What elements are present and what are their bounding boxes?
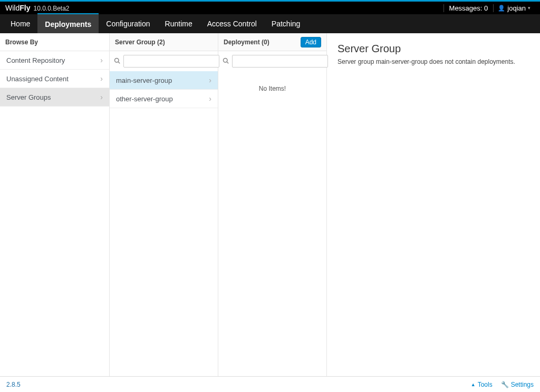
brand-version: 10.0.0.Beta2: [33, 5, 69, 12]
topbar: WildFly 10.0.0.Beta2 Messages: 0 👤 joqia…: [0, 2, 540, 14]
list-item-label: main-server-group: [116, 77, 172, 84]
nav-configuration[interactable]: Configuration: [99, 14, 157, 33]
main-nav: Home Deployments Configuration Runtime A…: [0, 14, 540, 33]
chevron-right-icon: ›: [100, 74, 103, 83]
nav-deployments[interactable]: Deployments: [37, 13, 99, 33]
nav-patching[interactable]: Patching: [264, 14, 307, 33]
username: joqian: [507, 4, 526, 12]
list-item-label: Unassigned Content: [6, 75, 69, 83]
triangle-up-icon: ▲: [471, 382, 476, 387]
brand-name: WildFly: [5, 4, 30, 12]
brand: WildFly 10.0.0.Beta2: [5, 4, 70, 12]
svg-point-2: [224, 58, 228, 62]
user-icon: 👤: [498, 5, 505, 12]
server-group-item-main[interactable]: main-server-group ›: [110, 71, 218, 90]
server-group-column: Server Group (2) main-server-group › oth…: [110, 33, 218, 376]
wrench-icon: 🔧: [501, 381, 509, 388]
user-menu[interactable]: 👤 joqian ▾: [494, 4, 535, 12]
deployment-search-row: [218, 51, 326, 71]
chevron-right-icon: ›: [209, 76, 211, 84]
chevron-right-icon: ›: [100, 56, 103, 64]
browse-column: Browse By Content Repository › Unassigne…: [0, 33, 110, 376]
server-group-search-input[interactable]: [123, 55, 219, 68]
server-group-header: Server Group (2): [110, 33, 218, 51]
nav-runtime[interactable]: Runtime: [158, 14, 200, 33]
detail-title: Server Group: [338, 43, 529, 55]
main-content: Browse By Content Repository › Unassigne…: [0, 33, 540, 376]
topbar-right: Messages: 0 👤 joqian ▾: [443, 4, 535, 12]
footer-version: 2.8.5: [6, 381, 21, 388]
deployment-header-label: Deployment (0): [224, 39, 269, 46]
detail-panel: Server Group Server group main-server-gr…: [327, 33, 540, 376]
list-item-label: Server Groups: [6, 93, 51, 101]
server-group-item-other[interactable]: other-server-group ›: [110, 90, 218, 108]
footer-tools-label: Tools: [478, 381, 493, 388]
deployment-column: Deployment (0) Add No Items!: [218, 33, 327, 376]
browse-item-content-repository[interactable]: Content Repository ›: [0, 51, 109, 70]
deployment-header: Deployment (0) Add: [218, 33, 326, 51]
footer: 2.8.5 ▲ Tools 🔧 Settings: [0, 376, 540, 392]
chevron-down-icon: ▾: [528, 5, 531, 11]
detail-text: Server group main-server-group does not …: [338, 58, 529, 65]
server-group-search-row: [110, 51, 218, 71]
server-group-list: main-server-group › other-server-group ›: [110, 71, 218, 376]
browse-item-server-groups[interactable]: Server Groups ›: [0, 88, 109, 107]
search-icon: [223, 58, 229, 65]
footer-settings-label: Settings: [511, 381, 534, 388]
list-item-label: Content Repository: [6, 56, 65, 64]
svg-line-3: [227, 62, 228, 63]
messages-count: 0: [484, 4, 488, 12]
browse-header: Browse By: [0, 33, 109, 51]
deployment-search-input[interactable]: [232, 55, 328, 68]
footer-links: ▲ Tools 🔧 Settings: [471, 381, 534, 388]
chevron-right-icon: ›: [100, 93, 103, 101]
svg-line-1: [118, 62, 120, 63]
deployment-no-items: No Items!: [218, 71, 326, 106]
nav-access-control[interactable]: Access Control: [200, 14, 264, 33]
svg-point-0: [115, 58, 119, 62]
list-item-label: other-server-group: [116, 95, 173, 103]
search-icon: [114, 58, 120, 65]
footer-settings-link[interactable]: 🔧 Settings: [501, 381, 534, 388]
messages-button[interactable]: Messages: 0: [443, 4, 494, 12]
nav-home[interactable]: Home: [3, 14, 37, 33]
chevron-right-icon: ›: [209, 94, 211, 103]
browse-item-unassigned-content[interactable]: Unassigned Content ›: [0, 70, 109, 88]
footer-tools-link[interactable]: ▲ Tools: [471, 381, 493, 388]
messages-label: Messages:: [449, 4, 483, 12]
add-deployment-button[interactable]: Add: [301, 37, 321, 47]
browse-list: Content Repository › Unassigned Content …: [0, 51, 109, 376]
